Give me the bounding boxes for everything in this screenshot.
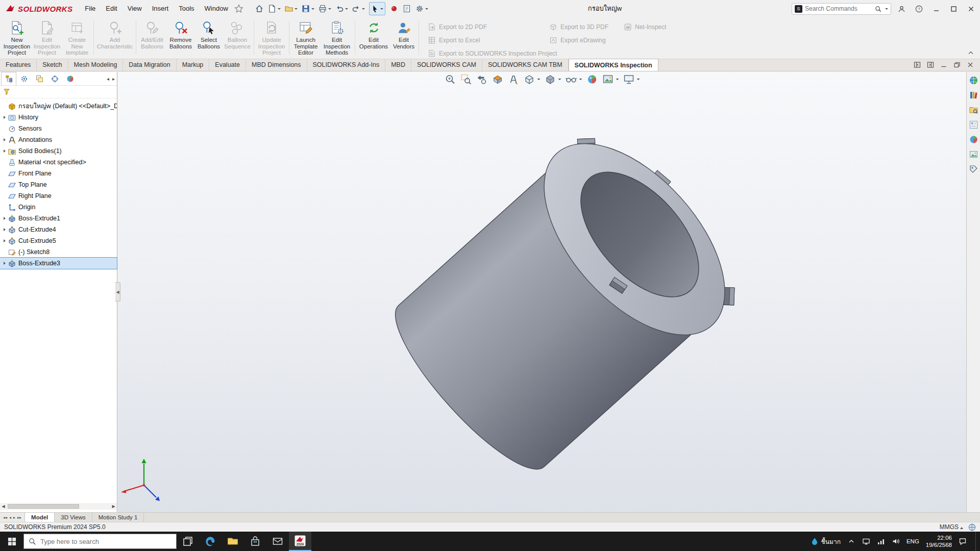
tree-item-top-plane[interactable]: Top Plane xyxy=(0,179,117,190)
volume-icon[interactable] xyxy=(892,537,900,545)
file-explorer-button[interactable] xyxy=(222,532,244,551)
tab-data-migration[interactable]: Data Migration xyxy=(123,59,176,71)
taskbar-search[interactable] xyxy=(23,534,177,549)
user-account-icon[interactable] xyxy=(895,2,909,16)
tab-solidworks-inspection[interactable]: SOLIDWORKS Inspection xyxy=(569,59,658,71)
minimize-icon[interactable] xyxy=(929,2,943,16)
panel-collapse-handle[interactable]: ◀ xyxy=(115,282,120,302)
view-palette-icon[interactable] xyxy=(969,120,978,130)
doc-close-icon[interactable] xyxy=(967,61,974,68)
pane-right-icon[interactable] xyxy=(927,61,934,68)
tree-item-material[interactable]: Material <not specified> xyxy=(0,157,117,168)
mail-button[interactable] xyxy=(266,532,289,551)
doc-minimize-icon[interactable] xyxy=(940,61,947,68)
tab-features[interactable]: Features xyxy=(0,59,37,71)
doc-restore-icon[interactable] xyxy=(953,61,961,68)
menu-view[interactable]: View xyxy=(122,0,147,17)
zoom-to-area-icon[interactable] xyxy=(460,73,472,85)
scroll-left-icon[interactable]: ◀ xyxy=(0,503,7,510)
tree-item-right-plane[interactable]: Right Plane xyxy=(0,190,117,202)
weather-widget[interactable]: ชื้นมาก xyxy=(811,537,841,546)
web-help-globe-icon[interactable] xyxy=(968,523,976,531)
last-tab-icon[interactable]: ▸▸ xyxy=(17,515,21,520)
custom-properties-icon[interactable] xyxy=(969,164,978,174)
taskbar-search-input[interactable] xyxy=(40,538,172,545)
edit-operations-button[interactable]: Edit Operations xyxy=(357,19,390,57)
cylinder-part[interactable] xyxy=(372,109,761,492)
menu-tools[interactable]: Tools xyxy=(174,0,199,17)
pane-left-icon[interactable] xyxy=(914,61,921,68)
tray-chevron-up-icon[interactable] xyxy=(847,537,855,545)
scroll-thumb[interactable] xyxy=(8,504,79,509)
tab-3d-views[interactable]: 3D Views xyxy=(55,513,92,522)
design-library-icon[interactable] xyxy=(969,90,978,100)
launch-template-editor-button[interactable]: Launch Template Editor xyxy=(291,19,321,57)
close-icon[interactable] xyxy=(964,2,978,16)
file-explorer-icon[interactable] xyxy=(969,105,978,115)
tree-item-cut-extrude4[interactable]: Cut-Extrude4 xyxy=(0,224,117,235)
command-search-input[interactable] xyxy=(805,5,872,12)
hide-show-items-icon[interactable] xyxy=(566,73,582,85)
prev-tab-icon[interactable]: ◂ xyxy=(9,515,11,520)
apply-scene-icon[interactable] xyxy=(602,73,619,85)
tab-evaluate[interactable]: Evaluate xyxy=(209,59,246,71)
tree-item-boss-extrude3[interactable]: Boss-Extrude3 xyxy=(0,258,117,269)
propertymanager-tab[interactable] xyxy=(16,72,32,85)
save-icon[interactable] xyxy=(300,2,315,15)
scroll-right-icon[interactable]: ▶ xyxy=(110,503,117,510)
model-canvas[interactable] xyxy=(118,72,966,512)
previous-view-icon[interactable] xyxy=(476,73,488,85)
pin-menu-star-icon[interactable] xyxy=(233,2,244,15)
edit-appearance-icon[interactable] xyxy=(586,73,598,85)
panel-horizontal-scrollbar[interactable]: ◀ ▶ xyxy=(0,503,117,510)
dimxpertmanager-tab[interactable] xyxy=(47,72,62,85)
featuremanager-tab[interactable] xyxy=(1,72,16,85)
red-sphere-icon[interactable] xyxy=(388,2,400,15)
store-button[interactable] xyxy=(244,532,266,551)
select-tool[interactable] xyxy=(369,2,385,15)
view-settings-icon[interactable] xyxy=(623,73,640,85)
panel-tab-scroll-left-icon[interactable]: ◂ xyxy=(107,76,109,82)
tree-item-annotations[interactable]: Annotations xyxy=(0,134,117,145)
print-icon[interactable] xyxy=(317,2,332,15)
tab-mbd[interactable]: MBD xyxy=(385,59,411,71)
unit-system[interactable]: MMGS xyxy=(940,523,963,531)
select-balloons-button[interactable]: Select Balloons xyxy=(195,19,223,57)
tree-item-cut-extrude5[interactable]: Cut-Extrude5 xyxy=(0,235,117,246)
appearances-icon[interactable] xyxy=(969,135,978,144)
tree-item-origin[interactable]: Origin xyxy=(0,202,117,213)
clock[interactable]: 22:06 19/6/2568 xyxy=(926,534,952,549)
new-inspection-project-button[interactable]: New Inspection Project xyxy=(2,19,32,57)
show-desktop-button[interactable] xyxy=(975,532,978,551)
language-indicator[interactable]: ENG xyxy=(906,538,919,544)
tree-item-sensors[interactable]: Sensors xyxy=(0,123,117,134)
start-button[interactable] xyxy=(0,532,23,551)
display-style-icon[interactable] xyxy=(545,73,561,85)
tree-item-sketch8[interactable]: (-) Sketch8 xyxy=(0,246,117,258)
filter-funnel-icon[interactable] xyxy=(3,88,11,96)
configurationmanager-tab[interactable] xyxy=(32,72,47,85)
resources-icon[interactable] xyxy=(969,76,978,85)
view-orientation-icon[interactable] xyxy=(524,73,541,85)
section-view-icon[interactable] xyxy=(492,73,504,85)
tab-solidworks-cam[interactable]: SOLIDWORKS CAM xyxy=(411,59,482,71)
panel-tab-scroll-right-icon[interactable]: ▸ xyxy=(112,76,115,82)
tab-mesh-modeling[interactable]: Mesh Modeling xyxy=(68,59,124,71)
tree-root[interactable]: กรอบใหญ่w (Default) <<Default>_Displ xyxy=(0,101,117,112)
options-gear-icon[interactable] xyxy=(414,2,429,15)
flange-tab[interactable] xyxy=(724,287,734,305)
home-icon[interactable] xyxy=(254,2,265,15)
dynamic-annotation-views-icon[interactable] xyxy=(508,73,520,85)
zoom-to-fit-icon[interactable] xyxy=(445,73,456,85)
network-icon[interactable] xyxy=(877,537,885,545)
menu-window[interactable]: Window xyxy=(200,0,233,17)
redo-icon[interactable] xyxy=(351,2,366,15)
task-view-button[interactable] xyxy=(177,532,199,551)
menu-insert[interactable]: Insert xyxy=(147,0,174,17)
scenes-icon[interactable] xyxy=(969,149,978,159)
search-dropdown-caret[interactable] xyxy=(885,8,888,10)
tree-item-history[interactable]: History xyxy=(0,112,117,123)
tab-solidworks-addins[interactable]: SOLIDWORKS Add-Ins xyxy=(307,59,386,71)
undo-icon[interactable] xyxy=(334,2,349,15)
graphics-viewport[interactable] xyxy=(118,72,966,512)
